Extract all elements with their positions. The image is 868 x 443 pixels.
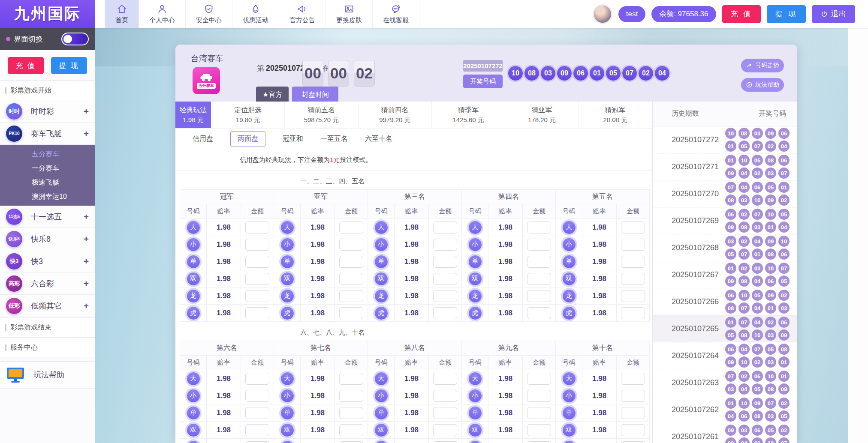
bet-option-ball[interactable]: 双 <box>563 424 576 437</box>
bet-option-ball[interactable]: 虎 <box>281 307 294 320</box>
sidebar-item[interactable]: 时时时时彩+ <box>0 100 95 123</box>
trend-button[interactable]: 号码走势 <box>741 59 784 72</box>
amount-input[interactable] <box>433 424 457 436</box>
amount-input[interactable] <box>433 373 457 385</box>
amount-input[interactable] <box>527 407 551 419</box>
amount-input[interactable] <box>339 424 363 436</box>
amount-input[interactable] <box>433 307 457 319</box>
submenu-item[interactable]: 澳洲幸运10 <box>0 189 95 204</box>
bet-option-ball[interactable]: 双 <box>187 424 200 437</box>
amount-input[interactable] <box>245 390 269 402</box>
bet-option-ball[interactable]: 虎 <box>375 307 388 320</box>
sidebar-item[interactable]: 快3快3+ <box>0 250 95 272</box>
play-tab[interactable]: 经典玩法1.98 元 <box>175 102 211 128</box>
amount-input[interactable] <box>433 239 457 251</box>
bet-option-ball[interactable]: 龙 <box>563 441 576 443</box>
bet-option-ball[interactable]: 虎 <box>563 307 576 320</box>
amount-input[interactable] <box>339 373 363 385</box>
nav-item[interactable]: 首页 <box>105 0 139 28</box>
bet-option-ball[interactable]: 单 <box>281 407 294 419</box>
bet-option-ball[interactable]: 双 <box>187 272 200 285</box>
bet-option-ball[interactable]: 小 <box>281 389 294 402</box>
withdraw-button[interactable]: 提 现 <box>767 5 806 23</box>
amount-input[interactable] <box>433 222 457 233</box>
bet-option-ball[interactable]: 大 <box>187 372 200 385</box>
bet-option-ball[interactable]: 单 <box>563 255 576 268</box>
amount-input[interactable] <box>433 441 457 443</box>
play-tab[interactable]: 猜前四名9979.20 元 <box>359 102 432 128</box>
amount-input[interactable] <box>527 256 551 268</box>
sidebar-item[interactable]: PK10赛车飞艇+ <box>0 123 95 145</box>
amount-input[interactable] <box>433 390 457 402</box>
amount-input[interactable] <box>245 239 269 251</box>
bet-option-ball[interactable]: 龙 <box>187 441 200 443</box>
play-tab[interactable]: 猜冠军20.00 元 <box>579 102 652 128</box>
bet-option-ball[interactable]: 大 <box>563 372 576 385</box>
subtab-option[interactable]: 六至十名 <box>365 135 392 144</box>
recharge-button[interactable]: 充 值 <box>722 5 761 23</box>
bet-option-ball[interactable]: 小 <box>375 238 388 251</box>
expand-icon[interactable]: + <box>84 301 89 311</box>
nav-item[interactable]: 个人中心 <box>139 0 186 28</box>
bet-option-ball[interactable]: 双 <box>563 272 576 285</box>
bet-option-ball[interactable]: 单 <box>563 407 576 419</box>
amount-input[interactable] <box>621 373 645 385</box>
amount-input[interactable] <box>339 256 363 268</box>
sidebar-recharge-button[interactable]: 充 值 <box>8 57 44 74</box>
amount-input[interactable] <box>527 239 551 251</box>
amount-input[interactable] <box>339 441 363 443</box>
bet-option-ball[interactable]: 双 <box>375 272 388 285</box>
nav-item[interactable]: 官方公告 <box>279 0 326 28</box>
amount-input[interactable] <box>245 222 269 233</box>
amount-input[interactable] <box>339 290 363 302</box>
bet-option-ball[interactable]: 双 <box>281 424 294 437</box>
bet-option-ball[interactable]: 小 <box>563 238 576 251</box>
amount-input[interactable] <box>339 307 363 319</box>
page-scrollbar[interactable] <box>848 28 868 443</box>
amount-input[interactable] <box>245 307 269 319</box>
amount-input[interactable] <box>339 239 363 251</box>
bet-option-ball[interactable]: 单 <box>187 407 200 419</box>
bet-option-ball[interactable]: 大 <box>375 221 388 234</box>
bet-option-ball[interactable]: 龙 <box>281 290 294 302</box>
amount-input[interactable] <box>621 290 645 302</box>
bet-option-ball[interactable]: 大 <box>563 221 576 234</box>
sidebar-item-help[interactable]: 玩法帮助 <box>0 362 95 389</box>
subtab-option[interactable]: 冠亚和 <box>283 135 303 144</box>
sidebar-item[interactable]: 11选5十一选五+ <box>0 206 95 228</box>
amount-input[interactable] <box>621 424 645 436</box>
bet-option-ball[interactable]: 单 <box>469 255 482 268</box>
expand-icon[interactable]: + <box>84 129 89 139</box>
bet-option-ball[interactable]: 龙 <box>187 290 200 302</box>
amount-input[interactable] <box>339 407 363 419</box>
bet-option-ball[interactable]: 大 <box>281 372 294 385</box>
bet-option-ball[interactable]: 小 <box>469 389 482 402</box>
bet-option-ball[interactable]: 龙 <box>375 290 388 302</box>
bet-option-ball[interactable]: 小 <box>281 238 294 251</box>
nav-item[interactable]: 在线客服 <box>373 0 419 28</box>
amount-input[interactable] <box>245 373 269 385</box>
bet-option-ball[interactable]: 大 <box>375 372 388 385</box>
bet-option-ball[interactable]: 大 <box>469 372 482 385</box>
amount-input[interactable] <box>621 239 645 251</box>
rules-help-button[interactable]: 玩法帮助 <box>741 78 784 92</box>
amount-input[interactable] <box>527 441 551 443</box>
expand-icon[interactable]: + <box>84 212 89 222</box>
bet-option-ball[interactable]: 龙 <box>469 290 482 302</box>
ui-switch-toggle[interactable] <box>61 33 89 45</box>
bet-option-ball[interactable]: 单 <box>187 255 200 268</box>
amount-input[interactable] <box>433 407 457 419</box>
submenu-item[interactable]: 一分赛车 <box>0 161 95 175</box>
bet-option-ball[interactable]: 小 <box>187 238 200 251</box>
expand-icon[interactable]: + <box>84 278 89 289</box>
bet-option-ball[interactable]: 双 <box>375 424 388 437</box>
amount-input[interactable] <box>621 222 645 233</box>
bet-option-ball[interactable]: 双 <box>469 424 482 437</box>
amount-input[interactable] <box>339 222 363 233</box>
expand-icon[interactable]: + <box>84 234 89 244</box>
bet-option-ball[interactable]: 单 <box>375 255 388 268</box>
expand-icon[interactable]: + <box>84 106 89 117</box>
amount-input[interactable] <box>527 273 551 285</box>
amount-input[interactable] <box>339 390 363 402</box>
bet-option-ball[interactable]: 龙 <box>469 441 482 443</box>
